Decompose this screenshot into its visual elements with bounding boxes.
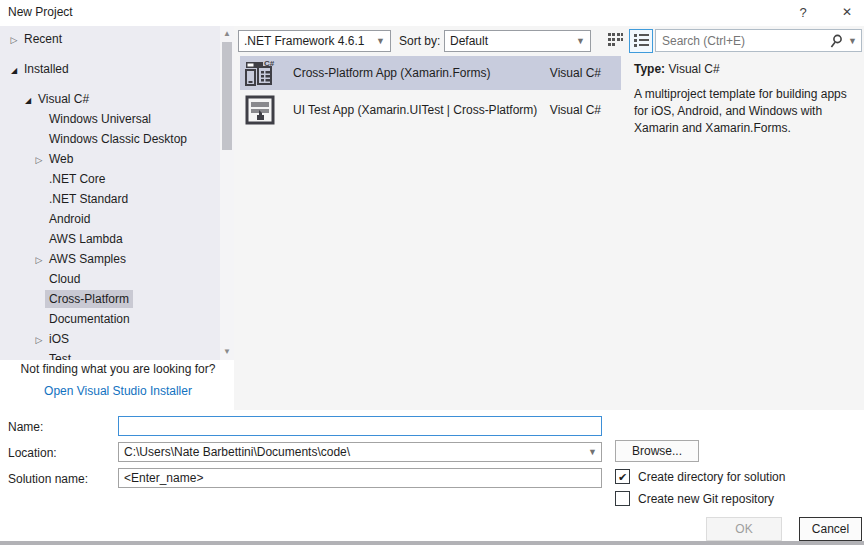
tree-item[interactable]: .NET Core bbox=[0, 169, 234, 189]
tree-item[interactable]: AWS Samples bbox=[0, 249, 234, 269]
template-list-item[interactable]: C# UI Test App (Xamarin.UITest | Cross-P… bbox=[240, 93, 621, 127]
chevron-down-icon[interactable]: ▼ bbox=[848, 31, 857, 51]
xamarin-app-icon: C# bbox=[245, 58, 275, 88]
template-name: Cross-Platform App (Xamarin.Forms) bbox=[293, 56, 490, 90]
template-list-item[interactable]: C# Cross-Platform App (Xamarin.Forms) Vi… bbox=[240, 56, 621, 90]
sort-dropdown[interactable]: Default ▼ bbox=[444, 30, 591, 52]
tree-item-label[interactable]: Test bbox=[45, 350, 75, 360]
tree-expander-icon[interactable] bbox=[33, 330, 45, 350]
name-label: Name: bbox=[8, 420, 43, 434]
tree-expander-icon[interactable] bbox=[22, 90, 34, 111]
template-category-sidebar: Recent Installed Visual C# Windows Unive… bbox=[0, 26, 234, 360]
chevron-down-icon: ▼ bbox=[576, 31, 585, 51]
template-language: Visual C# bbox=[550, 56, 601, 90]
tree-item[interactable]: Cloud bbox=[0, 269, 234, 289]
tree-item[interactable]: Installed bbox=[0, 59, 234, 79]
tree-item[interactable]: Cross-Platform bbox=[0, 289, 234, 309]
template-name: UI Test App (Xamarin.UITest | Cross-Plat… bbox=[293, 93, 537, 127]
scroll-down-icon[interactable]: ▼ bbox=[220, 345, 234, 359]
tree-item[interactable]: Windows Universal bbox=[0, 109, 234, 129]
tree-expander-icon[interactable] bbox=[8, 60, 20, 81]
close-button[interactable]: ✕ bbox=[832, 2, 862, 23]
search-box: ▼ bbox=[655, 29, 862, 52]
tree-item-label[interactable]: Cross-Platform bbox=[45, 290, 133, 308]
template-icon: C# bbox=[245, 58, 275, 88]
tree-item-label[interactable]: Documentation bbox=[45, 310, 134, 328]
ok-button[interactable]: OK bbox=[706, 517, 782, 541]
tree-item[interactable]: Recent bbox=[0, 29, 234, 49]
category-tree: Recent Installed Visual C# Windows Unive… bbox=[0, 26, 234, 360]
create-git-checkbox[interactable] bbox=[615, 491, 630, 506]
titlebar: New Project ? ✕ bbox=[0, 0, 864, 26]
tree-item-label[interactable]: iOS bbox=[45, 330, 73, 348]
sidebar-scrollbar[interactable]: ▲ ▼ bbox=[220, 26, 234, 360]
dialog-title: New Project bbox=[8, 5, 73, 19]
tree-item-label[interactable]: AWS Lambda bbox=[45, 230, 127, 248]
template-description-text: A multiproject template for building app… bbox=[634, 86, 852, 137]
new-project-dialog: New Project ? ✕ Recent Installed Visual … bbox=[0, 0, 864, 548]
tree-expander-icon[interactable] bbox=[33, 150, 45, 170]
create-directory-checkbox[interactable]: ✔ bbox=[615, 469, 630, 484]
search-icon[interactable] bbox=[830, 34, 843, 48]
window-bottom-edge bbox=[0, 541, 864, 545]
template-list: C# Cross-Platform App (Xamarin.Forms) Vi… bbox=[240, 56, 621, 130]
list-view-button[interactable] bbox=[629, 29, 653, 53]
tree-item-label[interactable]: AWS Samples bbox=[45, 250, 130, 268]
tree-expander-icon[interactable] bbox=[8, 30, 20, 50]
sort-by-label: Sort by: bbox=[399, 34, 440, 48]
template-language: Visual C# bbox=[550, 93, 601, 127]
tree-item[interactable]: Windows Classic Desktop bbox=[0, 129, 234, 149]
tree-item[interactable]: AWS Lambda bbox=[0, 229, 234, 249]
tree-item-label[interactable]: Android bbox=[45, 210, 94, 228]
tree-item-label[interactable]: Web bbox=[45, 150, 77, 168]
tree-item-label[interactable]: .NET Standard bbox=[45, 190, 132, 208]
tree-item[interactable]: Android bbox=[0, 209, 234, 229]
tree-item-label[interactable]: Installed bbox=[20, 60, 73, 78]
svg-text:C#: C# bbox=[264, 59, 275, 68]
location-label: Location: bbox=[8, 446, 57, 460]
tree-item-label[interactable]: Windows Universal bbox=[45, 110, 155, 128]
not-finding-text: Not finding what you are looking for? bbox=[0, 362, 236, 376]
solution-name-label: Solution name: bbox=[8, 472, 88, 486]
scrollbar-thumb[interactable] bbox=[222, 42, 232, 150]
template-description-panel: Type: Visual C# A multiproject template … bbox=[634, 62, 852, 137]
browse-button[interactable]: Browse... bbox=[615, 440, 699, 462]
tree-item[interactable]: Documentation bbox=[0, 309, 234, 329]
search-input[interactable] bbox=[662, 31, 822, 50]
sort-value: Default bbox=[450, 34, 488, 48]
small-icons-icon bbox=[608, 33, 623, 46]
tree-item[interactable]: Visual C# bbox=[0, 89, 234, 109]
list-view-icon bbox=[634, 34, 649, 47]
chevron-down-icon: ▼ bbox=[376, 31, 385, 51]
create-git-label[interactable]: Create new Git repository bbox=[638, 492, 774, 506]
name-field[interactable] bbox=[118, 416, 602, 436]
small-icons-view-button[interactable] bbox=[603, 29, 627, 53]
type-value: Visual C# bbox=[668, 62, 719, 76]
tree-item[interactable]: Web bbox=[0, 149, 234, 169]
open-installer-link[interactable]: Open Visual Studio Installer bbox=[0, 384, 236, 398]
template-icon: C# bbox=[245, 95, 275, 125]
not-finding-section: Not finding what you are looking for? Op… bbox=[0, 362, 236, 398]
tree-item-label[interactable]: .NET Core bbox=[45, 170, 109, 188]
ui-test-app-icon bbox=[245, 95, 275, 125]
framework-dropdown[interactable]: .NET Framework 4.6.1 ▼ bbox=[238, 30, 391, 52]
tree-item-label[interactable]: Cloud bbox=[45, 270, 84, 288]
location-field[interactable] bbox=[118, 442, 602, 462]
help-button[interactable]: ? bbox=[788, 2, 818, 23]
tree-expander-icon[interactable] bbox=[33, 250, 45, 270]
solution-name-field[interactable] bbox=[118, 468, 602, 488]
tree-item[interactable]: Test bbox=[0, 349, 234, 360]
tree-item-label[interactable]: Recent bbox=[20, 30, 66, 48]
scroll-up-icon[interactable]: ▲ bbox=[220, 27, 234, 41]
chevron-down-icon[interactable]: ▼ bbox=[588, 443, 597, 461]
template-pane: .NET Framework 4.6.1 ▼ Sort by: Default … bbox=[234, 26, 864, 410]
framework-value: .NET Framework 4.6.1 bbox=[244, 34, 364, 48]
tree-item[interactable]: iOS bbox=[0, 329, 234, 349]
tree-item-label[interactable]: Windows Classic Desktop bbox=[45, 130, 191, 148]
type-label: Type: bbox=[634, 62, 665, 76]
create-directory-label[interactable]: Create directory for solution bbox=[638, 470, 785, 484]
cancel-button[interactable]: Cancel bbox=[799, 517, 862, 541]
tree-item-label[interactable]: Visual C# bbox=[34, 90, 93, 108]
tree-item[interactable]: .NET Standard bbox=[0, 189, 234, 209]
